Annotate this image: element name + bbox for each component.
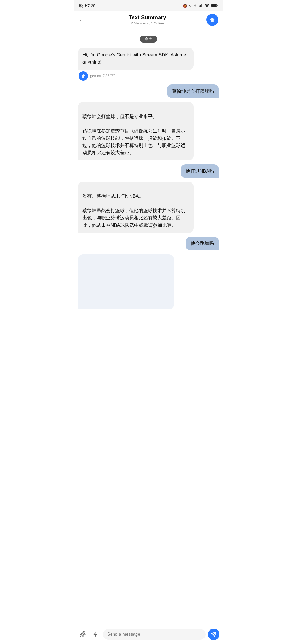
svg-rect-1 xyxy=(199,5,200,7)
flash-button[interactable] xyxy=(90,629,101,640)
svg-rect-3 xyxy=(201,4,202,7)
send-button[interactable] xyxy=(208,629,219,640)
chat-subtitle: 2 Members, 1 Online xyxy=(89,21,206,25)
bell-icon: 🔕 xyxy=(183,4,187,8)
message-row-user-3: 他会跳舞吗 xyxy=(78,237,219,250)
bot-avatar xyxy=(79,71,88,81)
message-row-bot-1: 蔡徐坤会打篮球，但不是专业水平。 蔡徐坤在参加选秀节目《偶像练习生》时，曾展示过… xyxy=(78,102,219,160)
wifi-icon xyxy=(205,4,210,8)
message-input-wrap[interactable] xyxy=(103,629,206,640)
message-row-bot-intro: Hi, I'm Google's Gemini with Stream SDK.… xyxy=(78,48,219,81)
bot-name: gemini xyxy=(90,74,101,78)
attach-button[interactable] xyxy=(78,629,88,640)
message-row-bot-2: 没有。蔡徐坤从未打过NBA。 蔡徐坤虽然会打篮球，但他的篮球技术并不算特别出色，… xyxy=(78,182,219,233)
user-bubble-2: 他打过NBA吗 xyxy=(181,164,219,178)
svg-marker-8 xyxy=(94,632,97,637)
input-bar xyxy=(74,626,223,644)
bot-intro-bubble: Hi, I'm Google's Gemini with Stream SDK.… xyxy=(78,48,194,70)
signal-icon xyxy=(199,4,203,8)
user-bubble-3: 他会跳舞吗 xyxy=(186,237,219,250)
bot-meta: gemini 7:23 下午 xyxy=(79,71,117,81)
bot-loading-bubble xyxy=(78,254,174,309)
chat-title: Text Summary xyxy=(89,14,206,21)
bot-bubble-2: 没有。蔡徐坤从未打过NBA。 蔡徐坤虽然会打篮球，但他的篮球技术并不算特别出色，… xyxy=(78,182,194,233)
channel-avatar[interactable] xyxy=(206,14,218,26)
header-center: Text Summary 2 Members, 1 Online xyxy=(89,14,206,25)
status-icons: 🔕 ⨯ xyxy=(183,4,218,8)
date-badge: 今天 xyxy=(78,36,219,43)
bluetooth-icon: ⨯ xyxy=(189,4,197,8)
bot-time: 7:23 下午 xyxy=(103,73,117,78)
user-bubble-1: 蔡徐坤是会打篮球吗 xyxy=(167,84,219,98)
svg-rect-0 xyxy=(199,6,199,7)
svg-rect-6 xyxy=(211,4,216,7)
bot-bubble-1: 蔡徐坤会打篮球，但不是专业水平。 蔡徐坤在参加选秀节目《偶像练习生》时，曾展示过… xyxy=(78,102,194,160)
chat-area: 今天 Hi, I'm Google's Gemini with Stream S… xyxy=(74,29,223,626)
message-input[interactable] xyxy=(107,632,201,637)
message-row-bot-loading xyxy=(78,254,219,309)
status-time: 晚上7:28 xyxy=(79,3,95,9)
battery-icon xyxy=(211,4,218,8)
status-bar: 晚上7:28 🔕 ⨯ xyxy=(74,0,223,11)
svg-point-4 xyxy=(207,7,207,7)
svg-rect-7 xyxy=(217,5,218,6)
chat-header: ← Text Summary 2 Members, 1 Online xyxy=(74,11,223,29)
message-row-user-2: 他打过NBA吗 xyxy=(78,164,219,178)
message-row-user-1: 蔡徐坤是会打篮球吗 xyxy=(78,84,219,98)
back-button[interactable]: ← xyxy=(79,16,89,24)
svg-rect-2 xyxy=(200,5,201,7)
